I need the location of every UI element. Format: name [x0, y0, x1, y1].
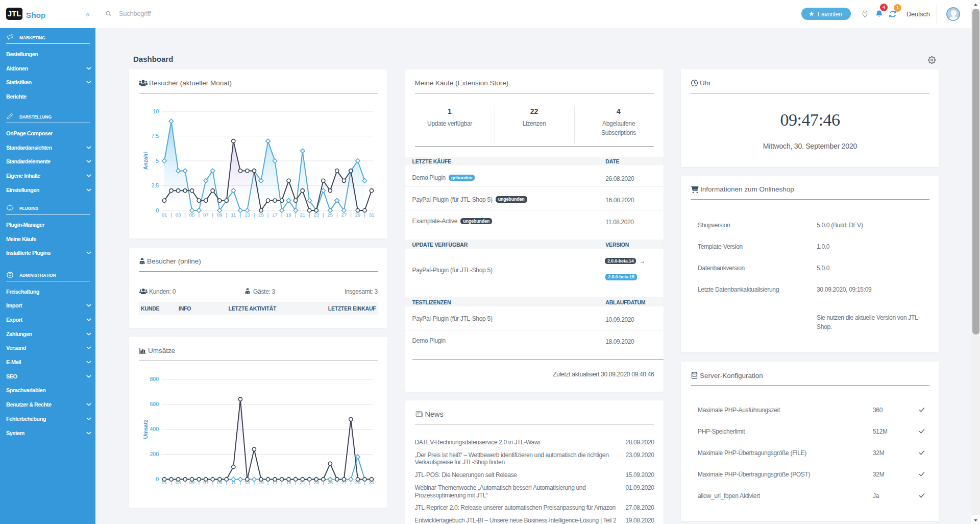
svg-text:200: 200: [150, 451, 159, 457]
svg-text:11: 11: [231, 480, 236, 485]
svg-text:09: 09: [217, 212, 223, 218]
svg-text:29: 29: [355, 480, 361, 485]
svg-text:|: |: [226, 480, 227, 485]
svg-text:|: |: [336, 212, 337, 218]
svg-text:|: |: [323, 480, 324, 485]
svg-text:|: |: [212, 212, 213, 218]
svg-text:|: |: [364, 212, 365, 218]
svg-text:|: |: [267, 480, 268, 485]
svg-text:23: 23: [313, 480, 319, 485]
svg-text:25: 25: [328, 212, 333, 218]
svg-text:400: 400: [150, 426, 159, 432]
svg-text:|: |: [254, 480, 255, 485]
svg-text:|: |: [184, 212, 185, 218]
svg-text:13: 13: [244, 212, 250, 218]
svg-text:|: |: [295, 480, 296, 485]
svg-text:|: |: [212, 480, 213, 485]
svg-text:|: |: [350, 480, 351, 485]
svg-text:01: 01: [162, 480, 167, 485]
svg-text:0: 0: [156, 207, 159, 213]
svg-text:10: 10: [153, 108, 159, 114]
svg-text:|: |: [281, 480, 282, 485]
svg-text:17: 17: [272, 480, 278, 485]
svg-text:03: 03: [176, 212, 181, 218]
svg-text:5: 5: [156, 158, 159, 164]
svg-text:|: |: [198, 480, 199, 485]
svg-text:|: |: [240, 212, 241, 218]
svg-text:|: |: [170, 212, 172, 218]
svg-text:01: 01: [162, 212, 167, 218]
svg-text:07: 07: [203, 212, 209, 218]
svg-text:|: |: [350, 212, 351, 218]
svg-text:27: 27: [341, 480, 347, 485]
svg-text:0: 0: [156, 476, 159, 482]
svg-text:|: |: [309, 212, 310, 218]
svg-text:21: 21: [300, 480, 305, 485]
svg-text:|: |: [254, 212, 255, 218]
svg-text:19: 19: [286, 480, 291, 485]
svg-text:05: 05: [189, 480, 195, 485]
svg-text:|: |: [281, 212, 282, 218]
svg-text:|: |: [267, 212, 268, 218]
svg-text:|: |: [198, 212, 199, 218]
svg-text:07: 07: [203, 480, 209, 485]
svg-text:25: 25: [328, 480, 333, 485]
svg-text:800: 800: [150, 376, 159, 382]
svg-text:21: 21: [300, 212, 305, 218]
svg-text:05: 05: [189, 212, 195, 218]
svg-text:31: 31: [369, 212, 375, 218]
svg-text:|: |: [226, 212, 227, 218]
svg-text:|: |: [295, 212, 296, 218]
svg-text:11: 11: [231, 212, 236, 218]
svg-text:600: 600: [150, 401, 159, 407]
svg-text:|: |: [170, 480, 172, 485]
svg-text:|: |: [336, 480, 337, 485]
svg-text:13: 13: [244, 480, 250, 485]
svg-text:|: |: [323, 212, 324, 218]
svg-text:23: 23: [313, 212, 319, 218]
svg-text:2.5: 2.5: [151, 182, 159, 188]
svg-text:Anzahl: Anzahl: [142, 152, 149, 170]
svg-text:03: 03: [176, 480, 181, 485]
svg-text:|: |: [364, 480, 365, 485]
svg-text:|: |: [309, 480, 310, 485]
svg-text:7.5: 7.5: [151, 133, 159, 139]
svg-text:27: 27: [341, 212, 347, 218]
svg-text:29: 29: [355, 212, 361, 218]
svg-text:19: 19: [286, 212, 291, 218]
svg-text:|: |: [184, 480, 185, 485]
svg-text:|: |: [240, 480, 241, 485]
svg-text:15: 15: [258, 212, 264, 218]
svg-text:09: 09: [217, 480, 223, 485]
svg-text:Umsatz: Umsatz: [142, 419, 149, 438]
svg-text:15: 15: [258, 480, 264, 485]
svg-text:17: 17: [272, 212, 278, 218]
svg-text:31: 31: [369, 480, 375, 485]
